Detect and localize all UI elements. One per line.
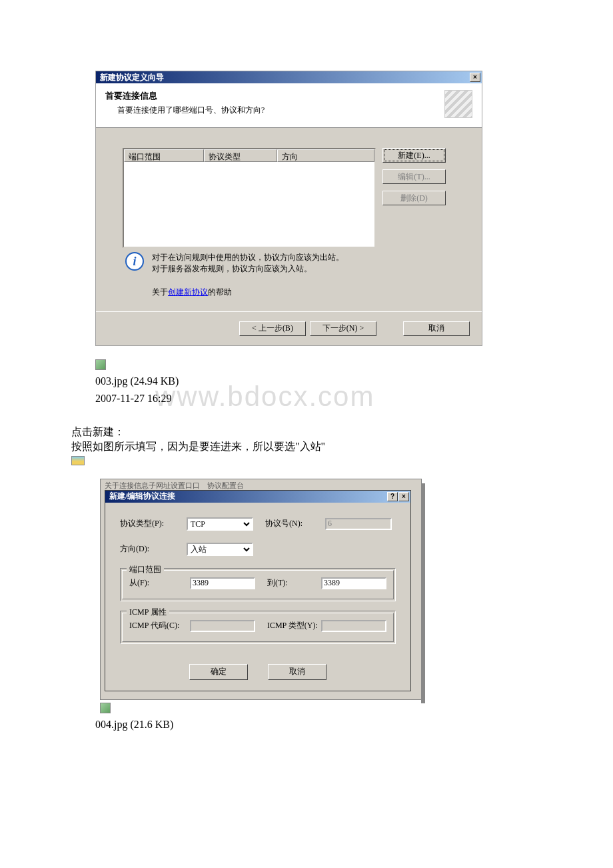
- new-button[interactable]: 新建(E)...: [382, 148, 446, 163]
- edit-button: 编辑(T)...: [382, 169, 446, 184]
- wizard-content: 端口范围 协议类型 方向 新建(E)... 编辑(T)... 删除(D) i 对…: [96, 128, 482, 311]
- partial-text: 关于连接信息子网址设置口口 协议配置台: [101, 479, 421, 490]
- background-dialog: 关于连接信息子网址设置口口 协议配置台 新建/编辑协议连接 ? × 协议类型(P…: [100, 479, 422, 700]
- wizard-dialog: 新建协议定义向导 × 首要连接信息 首要连接使用了哪些端口号、协议和方向? 端口…: [95, 71, 482, 346]
- placeholder-icon: [95, 359, 106, 370]
- col-protocol-type[interactable]: 协议类型: [204, 149, 277, 162]
- info-icon: i: [125, 252, 144, 271]
- image-caption: 003.jpg (24.94 KB): [95, 375, 613, 387]
- next-button[interactable]: 下一步(N) >: [310, 321, 376, 336]
- direction-select[interactable]: 入站: [187, 543, 253, 556]
- help-text: 关于创建新协议的帮助: [152, 287, 470, 298]
- edit-protocol-dialog: 新建/编辑协议连接 ? × 协议类型(P): TCP 协议号(N): 方向(D)…: [105, 490, 411, 691]
- delete-button: 删除(D): [382, 191, 446, 205]
- image-timestamp: 2007-11-27 16:29 www.bdocx.com: [95, 393, 613, 405]
- to-input[interactable]: [321, 577, 386, 589]
- header-title: 首要连接信息: [105, 90, 265, 102]
- icmp-code-input: [190, 620, 255, 632]
- col-direction[interactable]: 方向: [277, 149, 374, 162]
- placeholder-icon: [71, 456, 85, 465]
- from-label: 从(F):: [129, 577, 190, 589]
- cancel-button[interactable]: 取消: [268, 664, 326, 680]
- icmp-type-label: ICMP 类型(Y):: [267, 620, 321, 631]
- help-link[interactable]: 创建新协议: [168, 287, 208, 297]
- wizard-header: 首要连接信息 首要连接使用了哪些端口号、协议和方向?: [96, 83, 482, 128]
- back-button[interactable]: < 上一步(B): [239, 321, 306, 336]
- body-text: 点击新建： 按照如图所示填写，因为是要连进来，所以要选"入站": [71, 425, 613, 455]
- titlebar[interactable]: 新建/编辑协议连接 ? ×: [105, 491, 410, 503]
- icmp-group: ICMP 属性 ICMP 代码(C): ICMP 类型(Y):: [120, 611, 396, 644]
- connection-list[interactable]: 端口范围 协议类型 方向: [123, 148, 376, 248]
- protocol-num-label: 协议号(N):: [265, 518, 325, 529]
- window-title: 新建协议定义向导: [97, 72, 164, 83]
- protocol-type-label: 协议类型(P):: [120, 518, 187, 529]
- header-subtitle: 首要连接使用了哪些端口号、协议和方向?: [117, 105, 265, 116]
- help-icon[interactable]: ?: [387, 492, 398, 501]
- wizard-icon: [444, 90, 472, 118]
- icmp-legend: ICMP 属性: [127, 607, 169, 618]
- direction-label: 方向(D):: [120, 543, 187, 555]
- to-label: 到(T):: [267, 577, 321, 589]
- icmp-type-input: [321, 620, 386, 632]
- wizard-footer: < 上一步(B) 下一步(N) > 取消: [96, 311, 482, 345]
- close-icon[interactable]: ×: [470, 73, 480, 82]
- port-range-legend: 端口范围: [127, 564, 164, 575]
- from-input[interactable]: [190, 577, 255, 589]
- titlebar[interactable]: 新建协议定义向导 ×: [96, 71, 482, 83]
- cancel-button[interactable]: 取消: [403, 321, 470, 336]
- dialog-footer: 确定 取消: [105, 660, 410, 691]
- protocol-num-input: [325, 518, 392, 530]
- protocol-type-select[interactable]: TCP: [187, 517, 253, 531]
- ok-button[interactable]: 确定: [189, 664, 248, 680]
- image-caption: 004.jpg (21.6 KB): [95, 719, 613, 731]
- icmp-code-label: ICMP 代码(C):: [129, 620, 190, 631]
- info-text: 对于在访问规则中使用的协议，协议方向应该为出站。 对于服务器发布规则，协议方向应…: [152, 252, 344, 275]
- port-range-group: 端口范围 从(F): 到(T):: [120, 568, 396, 601]
- list-header: 端口范围 协议类型 方向: [124, 149, 374, 162]
- placeholder-icon: [100, 703, 111, 713]
- window-title: 新建/编辑协议连接: [107, 491, 175, 502]
- col-port-range[interactable]: 端口范围: [124, 149, 204, 162]
- close-icon[interactable]: ×: [398, 492, 409, 501]
